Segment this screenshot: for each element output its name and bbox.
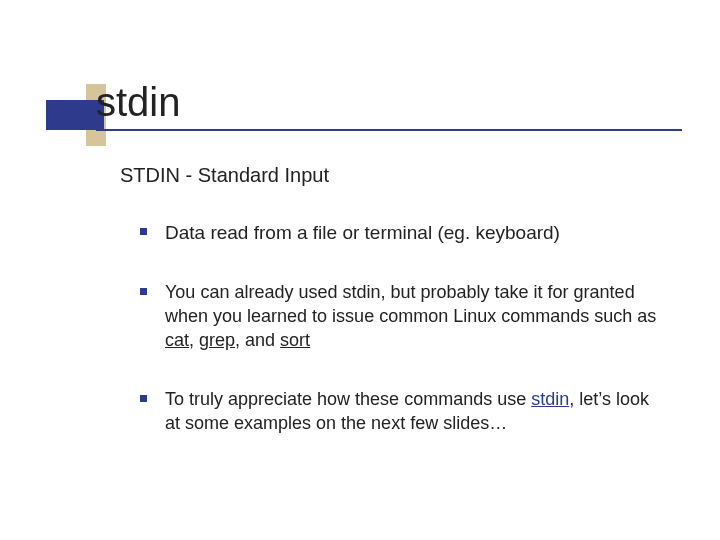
underlined-term-stdin: stdin [531,389,569,409]
slide-title: stdin [96,80,181,125]
bullet-text: Data read from a file or terminal (eg. k… [165,220,560,246]
slide-subtitle: STDIN - Standard Input [120,164,329,187]
bullet-list: Data read from a file or terminal (eg. k… [140,220,660,469]
bullet-square-icon [140,395,147,402]
title-underline [96,129,682,131]
list-item: To truly appreciate how these commands u… [140,387,660,436]
slide: stdin STDIN - Standard Input Data read f… [0,0,720,540]
bullet-square-icon [140,228,147,235]
text-segment: , [189,330,199,350]
bullet-text: To truly appreciate how these commands u… [165,387,660,436]
underlined-command-cat: cat [165,330,189,350]
list-item: Data read from a file or terminal (eg. k… [140,220,660,246]
bullet-square-icon [140,288,147,295]
text-segment: , and [235,330,280,350]
underlined-command-grep: grep [199,330,235,350]
text-segment: You can already used stdin, but probably… [165,282,656,326]
underlined-command-sort: sort [280,330,310,350]
text-segment: To truly appreciate how these commands u… [165,389,531,409]
list-item: You can already used stdin, but probably… [140,280,660,353]
bullet-text: You can already used stdin, but probably… [165,280,660,353]
